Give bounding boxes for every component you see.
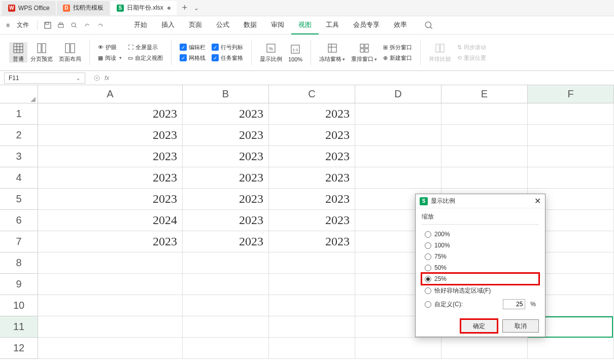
cell[interactable] [269, 295, 355, 316]
cell[interactable]: 2024 [38, 210, 183, 231]
new-window-button[interactable]: ⊕新建窗口 [383, 54, 412, 62]
cell[interactable]: 2023 [38, 103, 183, 125]
cell[interactable]: 2023 [38, 125, 183, 146]
cell[interactable] [355, 146, 441, 167]
cell[interactable]: 2023 [269, 146, 355, 167]
row-head[interactable]: 8 [0, 252, 38, 274]
search-icon[interactable] [424, 21, 433, 30]
cell[interactable] [183, 316, 269, 338]
cell[interactable] [38, 274, 183, 295]
toggle-headings[interactable]: ✓行号列标 [212, 44, 243, 51]
new-tab-button[interactable]: + [178, 3, 192, 13]
cell[interactable]: 2023 [38, 189, 183, 210]
row-head[interactable]: 1 [0, 103, 38, 125]
cancel-button[interactable]: 取消 [502, 319, 539, 333]
chevron-down-icon[interactable]: ⌄ [76, 75, 81, 82]
cell[interactable]: 2023 [38, 167, 183, 189]
menu-data[interactable]: 数据 [236, 16, 264, 34]
cell[interactable] [528, 146, 614, 167]
cell[interactable]: 2023 [38, 146, 183, 167]
col-head-b[interactable]: B [183, 85, 269, 103]
row-head[interactable]: 3 [0, 146, 38, 167]
row-head[interactable]: 6 [0, 210, 38, 231]
radio-75[interactable]: 75% [422, 251, 539, 262]
formula-bar-input[interactable] [113, 72, 614, 84]
view-pagebreak-button[interactable]: 分页预览 [27, 42, 56, 63]
row-head[interactable]: 9 [0, 274, 38, 295]
name-box[interactable]: F11 ⌄ [4, 72, 85, 84]
view-pagelayout-button[interactable]: 页面布局 [56, 42, 84, 63]
cell[interactable]: 2023 [269, 125, 355, 146]
menu-view[interactable]: 视图 [291, 16, 319, 34]
print-button[interactable] [55, 19, 67, 31]
tab-template[interactable]: D 找稻壳模板 [57, 1, 110, 15]
row-head[interactable]: 5 [0, 189, 38, 210]
tab-document[interactable]: S 日期年份.xlsx [111, 1, 177, 15]
cell[interactable]: 2023 [269, 167, 355, 189]
fullscreen-button[interactable]: ⛶全屏显示 [128, 44, 163, 51]
cell[interactable] [183, 295, 269, 316]
redo-button[interactable] [94, 19, 107, 31]
row-head[interactable]: 7 [0, 231, 38, 252]
cell[interactable] [355, 338, 441, 359]
cell[interactable]: 2023 [183, 210, 269, 231]
cell[interactable] [528, 103, 614, 125]
cell[interactable]: 2023 [183, 146, 269, 167]
cell[interactable] [38, 338, 183, 359]
split-window-button[interactable]: ⊞拆分窗口 [383, 44, 412, 51]
radio-custom[interactable]: 自定义(C): % [422, 297, 539, 311]
cell[interactable] [269, 274, 355, 295]
fx-icon[interactable]: fx [105, 75, 109, 82]
cell[interactable]: 2023 [183, 231, 269, 252]
cell[interactable] [269, 316, 355, 338]
menu-tools[interactable]: 工具 [319, 16, 346, 34]
cell[interactable] [38, 252, 183, 274]
zoom-button[interactable]: % 显示比例 [257, 42, 285, 63]
row-head[interactable]: 12 [0, 338, 38, 359]
menu-formula[interactable]: 公式 [209, 16, 236, 34]
cell[interactable] [269, 252, 355, 274]
cell[interactable]: 2023 [269, 231, 355, 252]
cell[interactable] [441, 125, 528, 146]
col-head-f[interactable]: F [528, 85, 614, 103]
col-head-a[interactable]: A [38, 85, 183, 103]
close-button[interactable]: ✕ [534, 196, 541, 206]
cell[interactable] [355, 125, 441, 146]
tab-wps-office[interactable]: W WPS Office [2, 1, 56, 15]
radio-fit[interactable]: 恰好容纳选定区域(F) [422, 284, 539, 297]
cell[interactable] [528, 338, 614, 359]
cell[interactable]: 2023 [269, 210, 355, 231]
cell[interactable] [441, 338, 528, 359]
select-all-corner[interactable] [0, 85, 38, 103]
print-preview-button[interactable] [68, 19, 80, 31]
cell[interactable] [183, 252, 269, 274]
cell[interactable]: 2023 [183, 103, 269, 125]
cell[interactable]: 2023 [38, 231, 183, 252]
view-normal-button[interactable]: 普通 [9, 42, 27, 63]
menu-review[interactable]: 审阅 [264, 16, 291, 34]
custom-view-button[interactable]: ▭自定义视图 [128, 54, 163, 62]
zoom-100-button[interactable]: 1:1 100% [285, 43, 305, 62]
custom-zoom-input[interactable] [503, 299, 525, 309]
menu-start[interactable]: 开始 [127, 16, 154, 34]
save-button[interactable] [42, 19, 54, 31]
cell[interactable] [441, 103, 528, 125]
col-head-e[interactable]: E [441, 85, 528, 103]
cell[interactable] [355, 167, 441, 189]
row-head[interactable]: 4 [0, 167, 38, 189]
cell[interactable] [528, 167, 614, 189]
cell[interactable] [441, 146, 528, 167]
row-head[interactable]: 11 [0, 316, 38, 338]
toggle-gridlines[interactable]: ✓网格线 [180, 54, 206, 62]
cell[interactable] [183, 274, 269, 295]
dialog-titlebar[interactable]: S 显示比例 ✕ [416, 194, 545, 208]
row-head[interactable]: 10 [0, 295, 38, 316]
toggle-formula-bar[interactable]: ✓编辑栏 [180, 44, 206, 51]
toggle-taskpane[interactable]: ✓任务窗格 [212, 54, 243, 62]
cell[interactable] [38, 295, 183, 316]
cell[interactable]: 2023 [269, 189, 355, 210]
cell[interactable]: 2023 [269, 103, 355, 125]
hamburger-icon[interactable]: ≡ [4, 22, 12, 29]
menu-efficiency[interactable]: 效率 [387, 16, 414, 34]
radio-100[interactable]: 100% [422, 240, 539, 251]
